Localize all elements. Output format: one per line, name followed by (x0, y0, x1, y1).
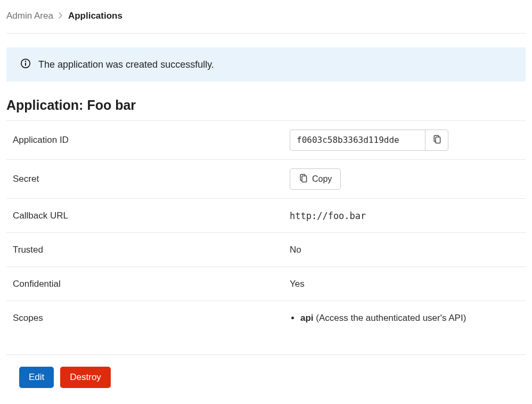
copy-secret-button[interactable]: Copy (290, 168, 341, 190)
svg-point-1 (25, 61, 27, 62)
svg-rect-6 (302, 176, 307, 182)
label-application-id: Application ID (13, 135, 290, 146)
edit-button[interactable]: Edit (19, 367, 54, 388)
clipboard-icon (432, 135, 441, 146)
svg-rect-2 (25, 63, 26, 66)
value-confidential: Yes (290, 279, 519, 289)
label-scopes: Scopes (13, 313, 290, 324)
label-secret: Secret (13, 174, 290, 184)
clipboard-icon (299, 174, 308, 185)
scope-name: api (300, 313, 314, 323)
breadcrumb-parent-link[interactable]: Admin Area (6, 11, 53, 21)
copy-application-id-button[interactable] (425, 130, 448, 151)
chevron-right-icon (59, 12, 63, 20)
copy-secret-label: Copy (312, 174, 332, 184)
row-trusted: Trusted No (6, 233, 526, 267)
scopes-list: api (Access the authenticated user's API… (290, 313, 519, 324)
label-trusted: Trusted (13, 245, 290, 255)
row-secret: Secret Copy (6, 160, 526, 199)
row-application-id: Application ID f0603c58b3363d119dde (6, 121, 526, 160)
breadcrumb: Admin Area Applications (6, 11, 526, 34)
scope-description: (Access the authenticated user's API) (314, 313, 466, 323)
scope-item: api (Access the authenticated user's API… (300, 313, 519, 324)
value-trusted: No (290, 245, 519, 255)
row-scopes: Scopes api (Access the authenticated use… (6, 301, 526, 335)
action-bar: Edit Destroy (6, 354, 526, 400)
application-id-input[interactable]: f0603c58b3363d119dde (290, 130, 425, 151)
svg-rect-4 (436, 137, 440, 143)
success-alert: The application was created successfully… (6, 47, 526, 82)
label-confidential: Confidential (13, 279, 290, 289)
application-id-group: f0603c58b3363d119dde (290, 130, 519, 151)
info-icon (20, 58, 31, 71)
row-confidential: Confidential Yes (6, 267, 526, 301)
breadcrumb-current: Applications (68, 11, 122, 21)
label-callback-url: Callback URL (13, 211, 290, 221)
page-title: Application: Foo bar (6, 98, 526, 113)
value-callback-url: http://foo.bar (290, 211, 519, 221)
destroy-button[interactable]: Destroy (60, 367, 111, 388)
alert-message: The application was created successfully… (38, 59, 214, 70)
row-callback-url: Callback URL http://foo.bar (6, 199, 526, 233)
application-details: Application ID f0603c58b3363d119dde (6, 120, 526, 335)
